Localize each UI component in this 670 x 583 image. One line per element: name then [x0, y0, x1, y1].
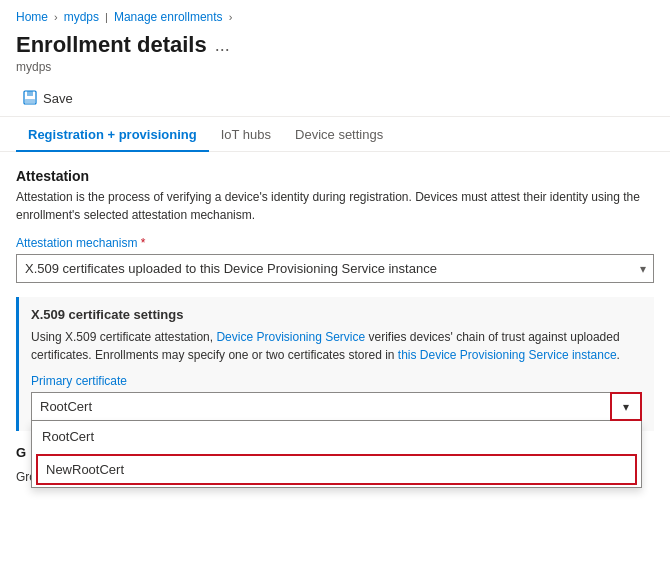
svg-rect-1 [27, 91, 33, 96]
page-title-text: Enrollment details [16, 32, 207, 58]
breadcrumb: Home › mydps | Manage enrollments › [0, 0, 670, 28]
tab-iot-hubs[interactable]: IoT hubs [209, 119, 283, 152]
mechanism-select-wrapper: X.509 certificates uploaded to this Devi… [16, 254, 654, 283]
breadcrumb-pipe: | [105, 11, 108, 23]
cert-settings-description: Using X.509 certificate attestation, Dev… [31, 328, 642, 364]
primary-cert-value: RootCert [40, 399, 92, 414]
more-options-button[interactable]: ... [215, 35, 230, 56]
attestation-description: Attestation is the process of verifying … [16, 188, 654, 224]
breadcrumb-mydps[interactable]: mydps [64, 10, 99, 24]
tabs-bar: Registration + provisioning IoT hubs Dev… [0, 119, 670, 152]
chevron-down-icon: ▾ [623, 400, 629, 414]
breadcrumb-sep-2: › [229, 11, 233, 23]
breadcrumb-home[interactable]: Home [16, 10, 48, 24]
required-marker: * [137, 236, 145, 250]
content-area: Attestation Attestation is the process o… [0, 152, 670, 490]
attestation-section: Attestation Attestation is the process o… [16, 168, 654, 431]
save-button[interactable]: Save [16, 86, 79, 110]
svg-rect-2 [25, 99, 35, 103]
page-subtitle: mydps [16, 60, 654, 74]
mechanism-field-label: Attestation mechanism * [16, 236, 654, 250]
group-label-char: G [16, 445, 26, 460]
cert-settings-title: X.509 certificate settings [31, 307, 642, 322]
primary-cert-label: Primary certificate [31, 374, 642, 388]
dropdown-item-rootcert[interactable]: RootCert [32, 421, 641, 452]
page-header: Enrollment details ... mydps [0, 28, 670, 80]
dropdown-item-newrootcert[interactable]: NewRootCert [36, 454, 637, 485]
mechanism-select[interactable]: X.509 certificates uploaded to this Devi… [16, 254, 654, 283]
save-icon [22, 90, 38, 106]
primary-cert-input[interactable]: RootCert [31, 392, 642, 421]
cert-settings-box: X.509 certificate settings Using X.509 c… [16, 297, 654, 431]
primary-cert-dropdown-container: RootCert ▾ RootCert NewRootCert [31, 392, 642, 421]
page-title: Enrollment details ... [16, 32, 654, 58]
breadcrumb-manage-enrollments[interactable]: Manage enrollments [114, 10, 223, 24]
tab-device-settings[interactable]: Device settings [283, 119, 395, 152]
service-instance-link[interactable]: this Device Provisioning Service instanc… [398, 348, 617, 362]
primary-cert-chevron-button[interactable]: ▾ [610, 392, 642, 421]
breadcrumb-sep-1: › [54, 11, 58, 23]
tab-registration-provisioning[interactable]: Registration + provisioning [16, 119, 209, 152]
save-label: Save [43, 91, 73, 106]
cert-link[interactable]: Device Provisioning Service [216, 330, 365, 344]
toolbar: Save [0, 80, 670, 117]
attestation-title: Attestation [16, 168, 654, 184]
primary-cert-dropdown-list: RootCert NewRootCert [31, 421, 642, 488]
